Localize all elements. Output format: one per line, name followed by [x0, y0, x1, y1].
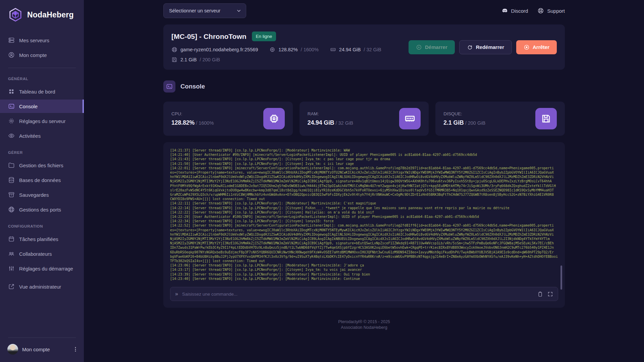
disk-stat-value: 2.1 GiB	[443, 119, 464, 126]
dashboard-grid-icon	[8, 88, 15, 95]
console-card: [14:21:37] [Server thread/INFO] [co.lp.l…	[163, 142, 565, 308]
sidebar-item-collaborateurs[interactable]: Collaborateurs	[0, 247, 84, 260]
command-input[interactable]	[182, 292, 533, 297]
sidebar-item-label: Réglages du serveur	[19, 118, 65, 124]
sliders-icon	[8, 265, 15, 272]
footer-line2: Association NodaHeberg	[163, 325, 565, 330]
server-info: [MC-05] - ChronoTown En ligne game-ryzen…	[171, 32, 381, 63]
sidebar-item-label: Sauvegardes	[19, 192, 49, 198]
sidebar-item-activites[interactable]: Activitées	[0, 129, 84, 142]
cpu-stat-value: 128.82%	[171, 119, 195, 126]
play-circle-icon	[416, 44, 422, 50]
support-link[interactable]: Support	[537, 7, 565, 14]
fullscreen-icon[interactable]	[547, 291, 553, 297]
ram-max: / 32 GiB	[364, 47, 381, 52]
discord-icon	[501, 7, 508, 14]
brand-name: NodaHeberg	[27, 10, 74, 19]
terminal-icon	[8, 103, 15, 110]
archive-box-icon	[8, 191, 15, 198]
server-disk-usage: 2.1 GiB / 200 GiB	[171, 57, 220, 63]
sidebar-item-taches-planifiees[interactable]: Tâches planifiées	[0, 232, 84, 246]
footer: Pterodactyl® © 2015 - 2025 Association N…	[163, 319, 565, 337]
sidebar-item-mon-compte[interactable]: Mon compte	[0, 48, 84, 62]
sidebar-item-label: Console	[19, 104, 38, 109]
cpu-icon	[269, 47, 275, 53]
sidebar-section-general: GÉNÉRAL	[0, 70, 84, 85]
sidebar-item-sauvegardes[interactable]: Sauvegardes	[0, 188, 84, 201]
restart-button-label: Redémarrer	[476, 44, 504, 50]
discord-link[interactable]: Discord	[501, 7, 528, 14]
footer-line1: Pterodactyl® © 2015 - 2025	[163, 319, 565, 325]
ram-icon	[330, 47, 336, 53]
eye-icon	[8, 132, 15, 139]
stop-button[interactable]: Arrêter	[516, 40, 557, 54]
sidebar-item-label: Réglages du démarrage	[19, 266, 73, 272]
terminal-icon	[163, 80, 175, 93]
database-icon	[8, 177, 15, 183]
ram-stat-value: 24.94 GiB	[308, 119, 334, 126]
account-label: Mon compte	[22, 347, 68, 352]
support-label: Support	[547, 8, 565, 14]
disk-stat-label: DISQUE:	[443, 111, 485, 116]
clipboard-icon[interactable]	[537, 291, 543, 297]
sidebar-item-label: Mes serveurs	[19, 38, 49, 43]
console-section-title: Console	[180, 83, 205, 90]
sidebar-item-bases-de-donnees[interactable]: Bases de données	[0, 173, 84, 187]
external-link-icon	[8, 283, 15, 290]
server-actions: Démarrer Redémarrer Arrêter	[409, 32, 557, 63]
kebab-menu-icon[interactable]	[72, 346, 78, 352]
account-row[interactable]: Mon compte	[0, 341, 84, 362]
sidebar-section-configuration: CONFIGURATION	[0, 218, 84, 232]
folder-icon	[8, 162, 15, 169]
sidebar-item-label: Bases de données	[19, 177, 61, 183]
lifebuoy-icon	[537, 7, 544, 14]
server-ram-usage: 24.94 GiB / 32 GiB	[330, 47, 381, 53]
server-select-dropdown[interactable]: Sélectionner un serveur	[163, 3, 246, 18]
brand: NodaHeberg	[0, 0, 84, 25]
sidebar-item-label: Mon compte	[19, 52, 47, 58]
command-bar: »	[170, 287, 558, 301]
sidebar-divider	[8, 68, 76, 68]
server-title: [MC-05] - ChronoTown	[171, 33, 247, 41]
start-button-label: Démarrer	[425, 44, 447, 50]
stats-row: CPU: 128.82% / 1600% RAM: 24.94 GiB / 32…	[163, 102, 565, 136]
servers-icon	[8, 37, 15, 44]
account-icon	[8, 52, 15, 58]
console-scrollbar[interactable]	[560, 265, 562, 290]
ram-icon	[399, 108, 421, 129]
sidebar-item-reglages-serveur[interactable]: Réglages du serveur	[0, 114, 84, 128]
sidebar-item-mes-serveurs[interactable]: Mes serveurs	[0, 34, 84, 47]
restart-button[interactable]: Redémarrer	[459, 40, 512, 54]
sidebar-item-tableau-de-bord[interactable]: Tableau de bord	[0, 85, 84, 98]
disk-max: / 200 GiB	[200, 57, 220, 62]
sidebar-item-label: Vue administrateur	[19, 284, 61, 290]
ram-value: 24.94 GiB	[339, 47, 361, 52]
sidebar-account-section: Mon compte	[0, 338, 84, 362]
sidebar-item-label: Activitées	[19, 133, 41, 139]
double-chevron-icon: »	[175, 291, 178, 297]
cpu-stat-label: CPU:	[171, 111, 214, 116]
sidebar-item-label: Collaborateurs	[19, 251, 52, 257]
sidebar-item-gestions-ports[interactable]: Gestions des ports	[0, 203, 84, 216]
brand-logo-icon	[8, 7, 23, 22]
console-log[interactable]: [14:21:37] [Server thread/INFO] [co.lp.l…	[170, 148, 558, 282]
sidebar-item-label: Tableau de bord	[19, 89, 55, 95]
server-address-text: game-ryzen01.nodaheberg.fr:25569	[180, 47, 258, 52]
disk-stat-max: / 200 GiB	[464, 120, 485, 126]
sidebar: NodaHeberg Mes serveurs Mon compte GÉNÉR…	[0, 0, 84, 362]
sidebar-item-vue-administrateur[interactable]: Vue administrateur	[0, 280, 84, 293]
chevron-down-icon	[236, 8, 241, 13]
sidebar-item-gestion-fichiers[interactable]: Gestion des fichiers	[0, 159, 84, 172]
sidebar-item-label: Tâches planifiées	[19, 236, 58, 242]
main-area: Sélectionner un serveur Discord Support	[84, 0, 644, 362]
console-section-header: Console	[163, 80, 565, 93]
start-button[interactable]: Démarrer	[409, 40, 455, 54]
sidebar-item-label: Gestions des ports	[19, 207, 61, 213]
ram-stat-label: RAM:	[308, 111, 353, 116]
sidebar-item-reglages-demarrage[interactable]: Réglages du démarrage	[0, 262, 84, 275]
server-cpu-usage: 128.82% / 1600%	[269, 47, 318, 53]
sidebar-item-label: Gestion des fichiers	[19, 163, 63, 168]
calendar-icon	[8, 236, 15, 242]
sidebar-item-console[interactable]: Console	[0, 100, 84, 113]
ram-stat-max: / 32 GiB	[334, 120, 353, 126]
